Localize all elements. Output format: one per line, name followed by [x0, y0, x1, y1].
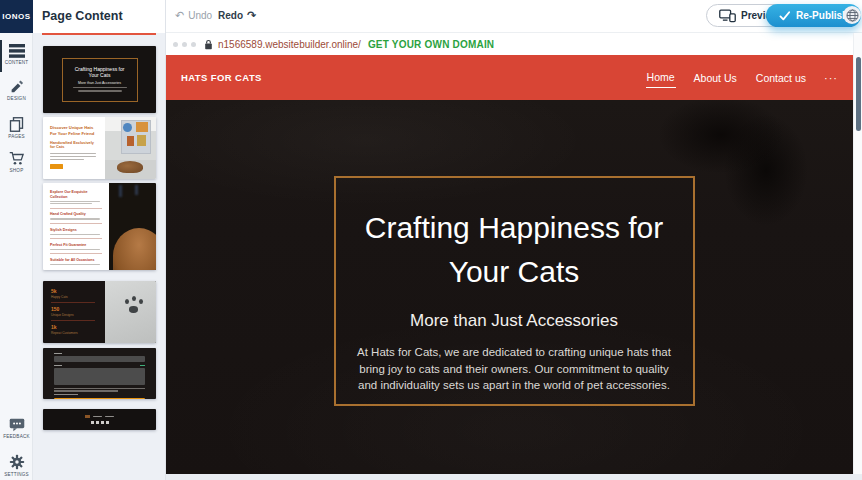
form-label-line [54, 365, 62, 366]
nav-item-home[interactable]: Home [646, 67, 676, 88]
site-header[interactable]: HATS FOR CATS Home About Us Contact us ·… [166, 55, 862, 100]
thumb-text-line [78, 90, 122, 92]
form-textarea [54, 368, 145, 385]
char-counter [140, 365, 145, 366]
fine-print-line [54, 394, 78, 395]
devices-icon [719, 9, 736, 22]
thumb-text-line [50, 234, 100, 235]
fine-print-line [54, 390, 118, 391]
thumb-features-list: Explore Our Exquisite Collection Hand Cr… [43, 183, 109, 270]
divider [50, 208, 102, 209]
sidebar-item-label: SETTINGS [0, 472, 33, 477]
republish-label: Re-Publish [796, 10, 848, 21]
photo-glint [119, 185, 122, 197]
thumb-text-line [50, 203, 92, 204]
thumb-text-line [50, 264, 100, 265]
stat-value: 150 [51, 306, 105, 312]
site-logo[interactable]: HATS FOR CATS [181, 72, 262, 83]
section-thumbnail-hero[interactable]: Crafting Happiness for Your Cats More th… [43, 46, 156, 113]
thumb-text-line [73, 87, 127, 89]
redo-label: Redo [218, 10, 243, 21]
thumb-text-line [50, 153, 96, 154]
section-thumbnail-stats[interactable]: 5k Happy Cats 150 Unique Designs 1k Repe… [43, 281, 156, 343]
footer-logo-mark [85, 415, 90, 418]
feature-heading: Explore Our Exquisite Collection [50, 190, 103, 199]
website-canvas[interactable]: HATS FOR CATS Home About Us Contact us ·… [166, 55, 862, 474]
site-url: n1566589.websitebuilder.online/ [218, 39, 361, 50]
left-rail: IONOS CONTENT DESIGN PAGES [0, 0, 33, 480]
divider [50, 238, 102, 239]
stat-value: 5k [51, 288, 105, 294]
hero-heading[interactable]: Crafting Happiness for Your Cats [336, 206, 693, 294]
divider [50, 253, 102, 254]
social-icon [106, 421, 109, 424]
thumb-hero-subheading: More than Just Accessories [63, 81, 137, 85]
sidebar-item-design[interactable]: DESIGN [0, 80, 33, 101]
language-globe-button[interactable] [843, 6, 861, 24]
hero-section[interactable]: Crafting Happiness for Your Cats More th… [166, 100, 862, 474]
divider [51, 320, 95, 321]
settings-icon [9, 454, 25, 470]
thumb-intro-heading: Discover Unique Hats For Your Feline Fri… [50, 125, 99, 136]
feature-heading: Perfect Fit Guarantee [50, 243, 103, 248]
nav-item-about[interactable]: About Us [693, 68, 738, 88]
scrollbar-thumb[interactable] [856, 57, 861, 131]
nav-more-button[interactable]: ··· [824, 72, 838, 84]
photo-cat [117, 161, 143, 173]
nav-item-contact[interactable]: Contact us [755, 68, 807, 88]
undo-button[interactable]: ↶ Undo [175, 9, 212, 22]
page-content-panel: Page Content Crafting Happiness for Your… [33, 0, 166, 480]
thumb-hero-box: Crafting Happiness for Your Cats More th… [62, 58, 138, 102]
photo-poster [137, 135, 146, 146]
photo-cat [113, 228, 156, 270]
hero-framed-box[interactable]: Crafting Happiness for Your Cats More th… [334, 176, 695, 406]
sidebar-item-content[interactable]: CONTENT [0, 44, 33, 65]
main-scrollbar[interactable] [853, 33, 862, 474]
divider [51, 302, 95, 303]
sidebar-item-label: FEEDBACK [0, 434, 33, 439]
get-domain-link[interactable]: GET YOUR OWN DOMAIN [368, 39, 494, 50]
paw-toe [139, 299, 143, 304]
thumb-text-line [50, 201, 100, 202]
photo-poster [127, 136, 134, 146]
sidebar-item-feedback[interactable]: FEEDBACK [0, 418, 33, 439]
stat-label: Unique Designs [51, 313, 105, 317]
site-nav: Home About Us Contact us ··· [646, 55, 838, 100]
sidebar-item-label: DESIGN [0, 96, 33, 101]
social-icon [96, 421, 99, 424]
thumb-text-line [50, 159, 84, 160]
sidebar-item-shop[interactable]: SHOP [0, 151, 33, 173]
redo-icon: ↷ [247, 9, 256, 22]
panel-title-underline [42, 33, 156, 35]
section-thumbnail-footer[interactable] [43, 409, 156, 430]
thumb-cta-button [50, 164, 63, 169]
footer-social-icons [91, 421, 109, 424]
pages-icon [9, 117, 24, 132]
thumb-text-line [50, 156, 96, 157]
redo-button[interactable]: Redo ↷ [218, 9, 256, 22]
thumb-text-line [50, 218, 100, 219]
form-input [54, 356, 145, 362]
paw-toe [132, 296, 136, 301]
section-thumbnail-features[interactable]: Explore Our Exquisite Collection Hand Cr… [43, 183, 156, 270]
social-icon [91, 421, 94, 424]
check-icon [779, 11, 791, 21]
sidebar-item-pages[interactable]: PAGES [0, 117, 33, 139]
feature-heading: Hand Crafted Quality [50, 212, 103, 217]
globe-icon [846, 9, 859, 22]
sidebar-item-settings[interactable]: SETTINGS [0, 454, 33, 477]
hero-paragraph[interactable]: At Hats for Cats, we are dedicated to cr… [355, 344, 673, 394]
hero-subheading[interactable]: More than Just Accessories [336, 311, 693, 331]
photo-glint [135, 185, 138, 195]
sidebar-item-label: SHOP [0, 168, 33, 173]
section-thumbnail-intro[interactable]: Discover Unique Hats For Your Feline Fri… [43, 117, 156, 179]
sidebar-item-label: PAGES [0, 134, 33, 139]
sidebar-item-label: CONTENT [0, 60, 33, 65]
design-icon [9, 80, 24, 94]
feedback-icon [9, 418, 25, 432]
stat-label: Repeat Customers [51, 331, 105, 335]
feature-heading: Stylish Designs [50, 228, 103, 233]
ionos-logo: IONOS [0, 0, 33, 33]
thumb-intro-subheading: Handcrafted Exclusively for Cats [50, 141, 99, 149]
section-thumbnail-contact-form[interactable] [43, 348, 156, 399]
